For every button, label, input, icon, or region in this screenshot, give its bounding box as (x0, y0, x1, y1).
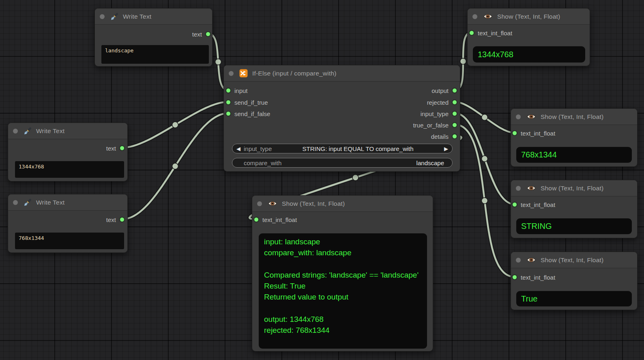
node-title: Write Text (123, 13, 151, 20)
input-slot-text-int-float: text_int_float (254, 215, 297, 224)
output-slot-true-or-false: true_or_false (413, 121, 457, 129)
collapse-dot[interactable] (516, 258, 521, 263)
node-write-text-landscape[interactable]: Write Text text landscape (94, 8, 213, 67)
output-slot-output: output (431, 86, 457, 95)
node-title: Write Text (36, 199, 64, 206)
input-port-send-if-true[interactable] (226, 100, 231, 105)
combo-label: input_type (244, 145, 272, 152)
field-value: landscape (281, 160, 444, 166)
output-slot-text: text (192, 30, 210, 39)
node-header: Show (Text, Int, Float) (468, 9, 590, 25)
eye-icon (526, 113, 536, 120)
output-slot-rejected: rejected (427, 98, 457, 107)
input-port-input[interactable] (226, 88, 231, 93)
output-port-details[interactable] (452, 134, 457, 139)
show-value-display: 1344x768 (473, 46, 585, 63)
eye-icon (483, 13, 493, 20)
input-port-text-int-float[interactable] (512, 131, 517, 136)
node-show-output[interactable]: Show (Text, Int, Float) text_int_float 1… (467, 8, 590, 66)
slot-label: text_int_float (262, 216, 297, 223)
node-title: Show (Text, Int, Float) (541, 113, 603, 121)
node-header: Show (Text, Int, Float) (252, 196, 433, 212)
output-port-output[interactable] (452, 88, 457, 93)
input-slot-send-if-false: send_if_false (226, 109, 270, 118)
node-show-details[interactable]: Show (Text, Int, Float) text_int_float i… (252, 195, 433, 351)
collapse-dot[interactable] (257, 201, 262, 206)
node-show-input-type[interactable]: Show (Text, Int, Float) text_int_float S… (511, 180, 638, 238)
collapse-dot[interactable] (472, 14, 477, 19)
input-port-text-int-float[interactable] (469, 30, 474, 35)
slot-label: text (192, 31, 202, 38)
output-port-text[interactable] (206, 32, 210, 37)
input-slot-input: input (226, 86, 248, 95)
node-header: If-Else (input / compare_with) (224, 65, 460, 82)
output-slot-input-type: input_type (421, 109, 457, 118)
slot-label: send_if_true (234, 99, 268, 106)
output-slot-text: text (106, 144, 125, 153)
show-details-display: input: landscape compare_with: landscape… (259, 233, 427, 349)
node-if-else[interactable]: If-Else (input / compare_with) input sen… (223, 65, 460, 172)
input-type-combo-widget[interactable]: ◀ input_type STRING: input EQUAL TO comp… (232, 144, 453, 153)
output-port-text[interactable] (120, 146, 125, 151)
text-value-widget[interactable]: 1344x768 (15, 161, 124, 178)
slot-label: details (431, 133, 449, 140)
collapse-dot[interactable] (516, 114, 521, 119)
combo-prev-arrow-icon[interactable]: ◀ (236, 146, 240, 151)
slot-label: send_if_false (234, 110, 270, 117)
output-port-rejected[interactable] (452, 100, 457, 105)
slot-label: output (431, 87, 449, 94)
pen-icon (24, 127, 32, 135)
collapse-dot[interactable] (229, 71, 234, 76)
collapse-dot[interactable] (13, 129, 18, 134)
input-port-text-int-float[interactable] (512, 275, 517, 280)
slot-label: text (106, 145, 116, 152)
slot-label: text_int_float (478, 30, 512, 37)
shuffle-icon (239, 69, 248, 78)
node-title: Write Text (36, 127, 64, 135)
input-slot-text-int-float: text_int_float (512, 129, 555, 138)
eye-icon (526, 257, 536, 263)
slot-label: text_int_float (521, 201, 555, 208)
node-title: Show (Text, Int, Float) (541, 257, 603, 264)
node-header: Show (Text, Int, Float) (511, 180, 637, 196)
slot-label: text (106, 216, 116, 223)
node-write-text-768x1344[interactable]: Write Text text 768x1344 (8, 194, 128, 253)
input-port-text-int-float[interactable] (512, 202, 517, 207)
input-slot-send-if-true: send_if_true (226, 98, 268, 107)
input-port-text-int-float[interactable] (254, 217, 259, 222)
eye-icon (268, 200, 277, 207)
collapse-dot[interactable] (516, 186, 521, 191)
node-title: Show (Text, Int, Float) (541, 185, 603, 192)
text-value-widget[interactable]: landscape (101, 45, 209, 64)
node-header: Write Text (8, 123, 127, 139)
eye-icon (526, 185, 536, 192)
pen-icon (24, 198, 32, 207)
output-slot-text: text (106, 215, 125, 224)
node-show-true-or-false[interactable]: Show (Text, Int, Float) text_int_float T… (511, 252, 638, 310)
node-title: Show (Text, Int, Float) (282, 200, 345, 207)
text-value-widget[interactable]: 768x1344 (15, 233, 124, 249)
compare-with-field-widget[interactable]: compare_with landscape (232, 158, 453, 168)
slot-label: true_or_false (413, 122, 449, 129)
node-graph-canvas[interactable]: Write Text text landscape Write Text tex… (0, 0, 644, 360)
input-port-send-if-false[interactable] (226, 111, 231, 116)
output-port-text[interactable] (120, 217, 125, 222)
show-value-display: STRING (516, 218, 632, 234)
output-port-true-or-false[interactable] (452, 123, 457, 127)
combo-value: STRING: input EQUAL TO compare_with (272, 145, 444, 152)
input-slot-text-int-float: text_int_float (469, 28, 512, 37)
node-title: Show (Text, Int, Float) (497, 13, 560, 20)
node-header: Show (Text, Int, Float) (511, 109, 637, 125)
node-write-text-1344x768[interactable]: Write Text text 1344x768 (8, 123, 128, 181)
output-port-input-type[interactable] (452, 111, 457, 116)
input-slot-text-int-float: text_int_float (512, 273, 555, 282)
combo-next-arrow-icon[interactable]: ▶ (444, 146, 448, 151)
node-header: Write Text (95, 9, 212, 25)
slot-label: text_int_float (521, 130, 555, 137)
collapse-dot[interactable] (100, 14, 105, 19)
node-title: If-Else (input / compare_with) (252, 70, 337, 77)
show-value-display: True (516, 291, 632, 306)
collapse-dot[interactable] (13, 200, 18, 205)
slot-label: input_type (421, 110, 449, 117)
node-show-rejected[interactable]: Show (Text, Int, Float) text_int_float 7… (511, 108, 638, 167)
